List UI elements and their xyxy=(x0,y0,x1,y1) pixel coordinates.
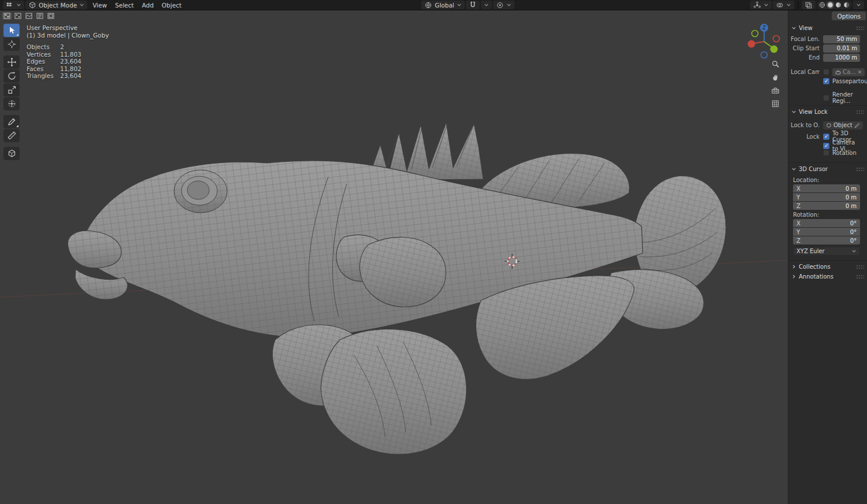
menu-object[interactable]: Object xyxy=(158,1,186,9)
viewport-3d[interactable] xyxy=(0,0,867,504)
panel-drag-dots[interactable] xyxy=(856,167,864,171)
shading-mode-group xyxy=(817,1,852,9)
strip-toggle-4-icon[interactable] xyxy=(35,12,45,20)
gizmo-y-axis-ball[interactable] xyxy=(770,46,778,53)
section-header-view[interactable]: View xyxy=(788,23,867,33)
overlays-dropdown[interactable] xyxy=(773,1,794,9)
chevron-down-icon xyxy=(484,2,489,8)
euler-order-dropdown[interactable]: XYZ Euler xyxy=(793,247,860,255)
shading-rendered-button[interactable] xyxy=(843,1,850,9)
strip-toggle-2-icon[interactable] xyxy=(13,12,23,20)
eyedropper-icon[interactable] xyxy=(854,123,860,128)
sidebar-n-panel: View Focal Len... 50 mm Clip Start 0.01 … xyxy=(788,10,867,504)
fish-model[interactable] xyxy=(68,123,726,454)
select-box-tool[interactable] xyxy=(3,24,20,37)
options-button[interactable]: Options xyxy=(832,12,866,20)
panel-drag-dots[interactable] xyxy=(856,110,864,114)
section-header-annotations[interactable]: Annotations xyxy=(788,272,867,281)
section-header-view-lock[interactable]: View Lock xyxy=(788,107,867,117)
rendered-sphere-icon xyxy=(843,2,850,8)
menu-bar: View Select Add Object xyxy=(88,1,186,9)
menu-add[interactable]: Add xyxy=(138,1,157,9)
section-title: Collections xyxy=(799,264,831,270)
editor-type-button[interactable] xyxy=(3,1,24,9)
xray-toggle[interactable] xyxy=(802,1,816,9)
cursor-rotation-sliders: X0° Y0° Z0° xyxy=(793,219,860,244)
camera-view-button[interactable] xyxy=(769,85,781,96)
section-header-3d-cursor[interactable]: 3D Cursor xyxy=(788,164,867,174)
section-header-collections[interactable]: Collections xyxy=(788,262,867,272)
navigation-gizmo[interactable]: Z xyxy=(744,21,784,61)
chevron-down-icon xyxy=(851,249,857,254)
section-title: 3D Cursor xyxy=(799,166,828,172)
stat-label: Triangles xyxy=(27,72,54,80)
cursor-location-z[interactable]: Z0 m xyxy=(793,202,860,210)
menu-view[interactable]: View xyxy=(88,1,111,9)
transform-orientation-dropdown[interactable]: Global xyxy=(421,1,465,9)
stat-label: Vertices xyxy=(27,51,54,58)
cursor-rotation-label: Rotation: xyxy=(793,212,867,218)
lock-rotation-label: Rotation xyxy=(832,150,857,156)
measure-tool[interactable] xyxy=(3,129,20,142)
stat-label: Objects xyxy=(27,43,54,51)
gizmo-neg-z-ball[interactable] xyxy=(761,52,768,58)
annotate-tool[interactable] xyxy=(3,115,20,128)
cursor-rotation-z[interactable]: Z0° xyxy=(793,236,860,244)
stat-value: 23,604 xyxy=(60,72,109,80)
overlays-icon xyxy=(776,1,784,9)
ortho-toggle-button[interactable] xyxy=(769,98,781,109)
stat-value: 2 xyxy=(60,43,109,51)
local-camera-checkbox[interactable] xyxy=(823,69,829,75)
solid-sphere-icon xyxy=(827,2,833,8)
strip-toggle-5-icon[interactable] xyxy=(46,12,55,20)
pan-button[interactable] xyxy=(769,72,781,83)
transform-icon xyxy=(7,99,17,109)
move-tool[interactable] xyxy=(3,55,20,69)
cursor-location-x[interactable]: X0 m xyxy=(793,184,860,192)
mode-dropdown[interactable]: Object Mode xyxy=(25,1,87,9)
panel-drag-dots[interactable] xyxy=(856,26,864,30)
shading-settings-dropdown[interactable] xyxy=(853,1,864,9)
transform-tool[interactable] xyxy=(3,97,20,110)
render-region-checkbox[interactable] xyxy=(823,95,829,101)
panel-drag-dots[interactable] xyxy=(856,275,864,279)
gizmo-neg-x-ball[interactable] xyxy=(773,36,780,42)
lock-rotation-checkbox[interactable] xyxy=(823,150,829,156)
passepartout-checkbox[interactable] xyxy=(823,78,829,84)
local-camera-field[interactable]: Ca... ✕ xyxy=(832,68,865,76)
camera-to-view-checkbox[interactable] xyxy=(823,143,829,149)
shading-material-button[interactable] xyxy=(835,1,842,9)
panel-drag-dots[interactable] xyxy=(856,265,864,269)
clear-icon[interactable]: ✕ xyxy=(858,69,862,75)
camera-icon xyxy=(771,86,780,95)
snap-toggle[interactable] xyxy=(466,1,480,9)
strip-toggle-3-icon[interactable] xyxy=(24,12,34,20)
to-3d-cursor-checkbox[interactable] xyxy=(823,134,829,140)
strip-toggle-1-icon[interactable] xyxy=(2,12,12,20)
clip-start-field[interactable]: 0.01 m xyxy=(823,45,860,53)
scale-tool[interactable] xyxy=(3,83,20,97)
add-primitive-tool[interactable] xyxy=(3,147,20,160)
chevron-down-icon xyxy=(457,2,462,8)
rotate-tool[interactable] xyxy=(3,69,20,83)
lock-object-field[interactable]: Object xyxy=(823,121,863,129)
cursor-location-sliders: X0 m Y0 m Z0 m xyxy=(793,184,860,210)
proportional-edit-toggle[interactable] xyxy=(493,1,514,9)
focal-length-field[interactable]: 50 mm xyxy=(823,35,860,43)
zoom-button[interactable] xyxy=(769,58,781,69)
cursor-rotation-x[interactable]: X0° xyxy=(793,219,860,227)
clip-end-field[interactable]: 1000 m xyxy=(823,54,860,62)
gizmo-x-axis-ball[interactable] xyxy=(748,40,755,48)
shading-solid-button[interactable] xyxy=(827,1,834,9)
gizmo-neg-y-ball[interactable] xyxy=(752,31,758,37)
focal-length-label: Focal Len... xyxy=(791,36,820,42)
cursor-tool[interactable] xyxy=(3,38,20,51)
shading-wireframe-button[interactable] xyxy=(818,1,826,9)
menu-select[interactable]: Select xyxy=(111,1,138,9)
cursor-rotation-y[interactable]: Y0° xyxy=(793,228,860,236)
show-gizmo-dropdown[interactable] xyxy=(750,1,772,9)
section-title: View Lock xyxy=(799,109,828,115)
snap-settings-dropdown[interactable] xyxy=(481,1,492,9)
cursor-location-y[interactable]: Y0 m xyxy=(793,193,860,201)
stat-label: Faces xyxy=(27,65,54,73)
